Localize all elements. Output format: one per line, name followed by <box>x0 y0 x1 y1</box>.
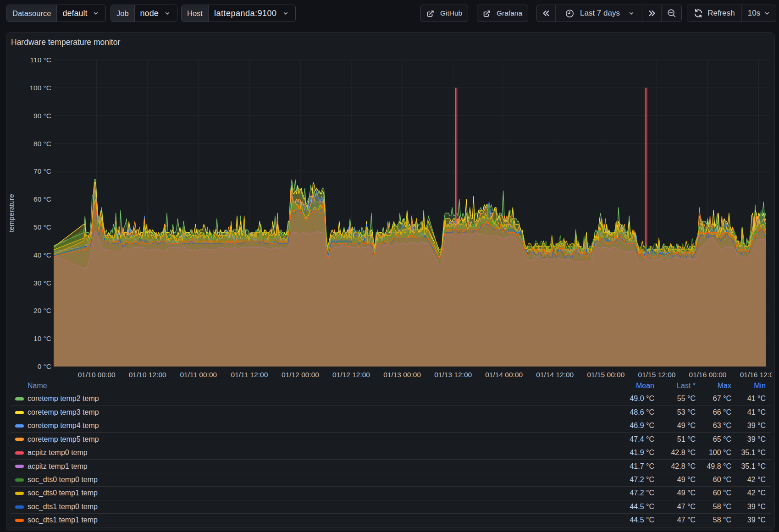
svg-text:110 °C: 110 °C <box>30 56 51 64</box>
svg-text:50 °C: 50 °C <box>33 223 51 231</box>
svg-text:70 °C: 70 °C <box>33 167 51 175</box>
svg-text:20 °C: 20 °C <box>33 307 51 314</box>
svg-text:01/14 12:00: 01/14 12:00 <box>536 371 574 378</box>
svg-text:01/15 12:00: 01/15 12:00 <box>638 371 676 378</box>
svg-text:01/10 00:00: 01/10 00:00 <box>78 371 116 378</box>
svg-text:30 °C: 30 °C <box>33 279 51 287</box>
svg-text:01/16 00:00: 01/16 00:00 <box>689 371 727 378</box>
svg-text:0 °C: 0 °C <box>38 362 51 370</box>
svg-text:01/13 12:00: 01/13 12:00 <box>434 371 472 378</box>
svg-text:60 °C: 60 °C <box>33 195 51 203</box>
svg-text:01/13 00:00: 01/13 00:00 <box>383 371 421 378</box>
svg-text:40 °C: 40 °C <box>33 251 51 259</box>
svg-text:01/15 00:00: 01/15 00:00 <box>587 371 624 378</box>
svg-text:10 °C: 10 °C <box>33 335 51 342</box>
svg-text:80 °C: 80 °C <box>33 140 51 148</box>
svg-text:01/12 00:00: 01/12 00:00 <box>282 371 319 378</box>
svg-text:01/10 12:00: 01/10 12:00 <box>129 371 166 378</box>
svg-text:01/11 00:00: 01/11 00:00 <box>180 371 217 378</box>
svg-text:temperature: temperature <box>7 194 15 232</box>
svg-text:100 °C: 100 °C <box>29 84 51 92</box>
svg-text:90 °C: 90 °C <box>33 112 51 120</box>
svg-text:01/14 00:00: 01/14 00:00 <box>485 371 523 378</box>
svg-text:01/12 12:00: 01/12 12:00 <box>332 371 370 378</box>
svg-text:01/11 12:00: 01/11 12:00 <box>231 371 268 378</box>
svg-text:01/16 12:00: 01/16 12:00 <box>740 371 778 378</box>
